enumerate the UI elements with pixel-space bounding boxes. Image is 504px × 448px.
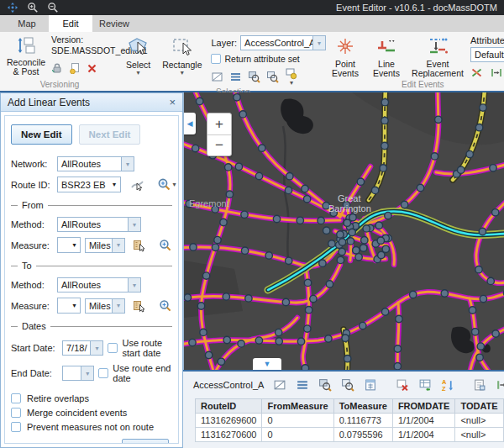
return-attribute-checkbox[interactable] (211, 54, 221, 64)
attribute-set-dropdown[interactable]: Default ▾ (470, 47, 504, 62)
select-route-on-map-icon[interactable] (130, 177, 144, 192)
route-locator-caret[interactable]: ▾ (173, 182, 176, 188)
reconcile-post-button[interactable]: Reconcile & Post (4, 34, 48, 77)
clear-selection-icon[interactable] (396, 378, 409, 392)
edit-events-group: Point Events Line Events Event Replaceme… (323, 32, 504, 91)
grid-cell[interactable]: <null> (455, 428, 503, 442)
collapse-table-button[interactable]: ▼ (253, 358, 281, 370)
selection-options-caret[interactable]: ▾ (290, 80, 293, 87)
next-edit-button: Next Edit (79, 124, 141, 145)
table-toolbar: AccessControl_A A (183, 372, 504, 398)
column-header[interactable]: TODATE (455, 399, 503, 414)
version-lock-icon[interactable] (51, 62, 63, 74)
map-canvas[interactable]: Egremont Great Barrington (184, 92, 504, 370)
attribute-window-icon[interactable] (473, 378, 486, 392)
delete-version-icon[interactable] (87, 63, 97, 74)
grid-cell[interactable]: 11316270600 (196, 428, 262, 442)
from-unit-dropdown[interactable]: Miles ▾ (85, 238, 125, 253)
select-by-polygon-icon[interactable] (211, 71, 223, 83)
zoom-in-icon[interactable] (27, 2, 39, 13)
split-event-tool-icon[interactable] (496, 378, 504, 392)
table-row[interactable]: 11316269600 0 0.1116773 1/1/2004 <null> … (196, 414, 504, 428)
grid-cell[interactable]: 1/1/2004 (392, 428, 455, 442)
switch-selection-icon[interactable] (418, 378, 432, 392)
grid-cell[interactable]: <null> (455, 414, 503, 428)
to-measure-magnifier-icon[interactable] (159, 299, 172, 313)
from-measure-on-map-icon[interactable] (133, 239, 146, 252)
use-route-start-date-checkbox[interactable] (108, 343, 118, 353)
event-replacement-button[interactable]: Event Replacement (410, 34, 465, 79)
close-icon[interactable]: × (169, 97, 176, 108)
from-method-dropdown[interactable]: AllRoutes ▾ (57, 217, 141, 232)
start-date-picker[interactable]: 7/18/ ▾ (62, 340, 103, 356)
select-button[interactable]: Select ▾ (123, 34, 153, 77)
end-date-picker[interactable]: ▾ (62, 366, 94, 381)
window-title: Event Editor - v10.6.1 - docMassDOTM (336, 3, 497, 13)
grid-cell[interactable]: 0.1116773 (333, 414, 392, 428)
tab-edit[interactable]: Edit (49, 15, 92, 32)
pan-icon[interactable] (7, 2, 18, 13)
titlebar: Event Editor - v10.6.1 - docMassDOTM (0, 0, 504, 15)
column-header[interactable]: FromMeasure (262, 399, 333, 414)
route-id-label: Route ID: (11, 180, 53, 190)
rectangle-dropdown-caret[interactable]: ▾ (181, 70, 184, 76)
layer-dropdown[interactable]: AccessControl_A ▾ (240, 35, 326, 50)
event-editor-window: Event Editor - v10.6.1 - docMassDOTM Map… (0, 0, 504, 448)
to-measure-on-map-icon[interactable] (133, 299, 146, 313)
map-label-great: Great (338, 193, 361, 203)
select-dropdown-caret[interactable]: ▾ (137, 70, 140, 76)
from-measure-magnifier-icon[interactable] (159, 239, 172, 252)
selection-options-icon[interactable] (285, 67, 297, 80)
measure-split-icon[interactable] (490, 66, 503, 79)
edit-events-group-label: Edit Events (328, 79, 504, 91)
next-button[interactable]: Next > (122, 439, 169, 444)
tab-map[interactable]: Map (5, 15, 49, 32)
zoom-out-icon[interactable] (47, 2, 59, 13)
column-header[interactable]: FROMDATE (392, 399, 455, 414)
split-event-icon[interactable] (470, 66, 483, 79)
network-dropdown[interactable]: AllRoutes ▾ (57, 156, 134, 171)
column-header[interactable]: RouteID (196, 399, 262, 414)
to-method-dropdown[interactable]: AllRoutes ▾ (57, 277, 141, 293)
dates-section-separator: Dates (11, 321, 172, 331)
map-zoom-out-button[interactable]: − (207, 134, 231, 155)
new-edit-button[interactable]: New Edit (11, 124, 72, 145)
prevent-measures-checkbox[interactable] (11, 422, 21, 432)
map-zoom-in-button[interactable]: + (207, 113, 231, 134)
select-features-icon[interactable] (273, 378, 286, 392)
selection-list-icon[interactable] (229, 71, 242, 83)
use-route-end-date-checkbox[interactable] (98, 368, 108, 378)
route-id-combo[interactable]: BSR23 EB ▾ (57, 177, 121, 192)
collapse-down-icon: ▼ (264, 360, 271, 368)
table-row[interactable]: 11316270600 0 0.0795596 1/1/2004 <null> … (196, 428, 504, 442)
to-measure-combo[interactable]: ▾ (57, 298, 81, 314)
grid-cell[interactable]: 0 (262, 414, 333, 428)
from-measure-caret[interactable]: ▾ (69, 241, 80, 249)
rectangle-select-button[interactable]: Rectangle ▾ (160, 34, 204, 77)
grid-cell[interactable]: 0 (262, 428, 333, 442)
sort-icon[interactable]: AZ (441, 378, 454, 392)
new-version-icon[interactable] (69, 62, 81, 74)
zoom-to-selection-icon[interactable] (248, 71, 260, 83)
retire-overlaps-checkbox[interactable] (11, 393, 21, 403)
grid-cell[interactable]: 1/1/2004 (392, 414, 455, 428)
line-events-button[interactable]: Line Events (368, 34, 405, 79)
route-id-caret[interactable]: ▾ (109, 181, 120, 188)
zoom-to-selection-icon[interactable] (318, 378, 332, 392)
merge-coincident-checkbox[interactable] (11, 408, 21, 418)
attribute-list-icon[interactable] (296, 378, 309, 392)
grid-cell[interactable]: 11316269600 (196, 414, 262, 428)
column-header[interactable]: ToMeasure (333, 399, 392, 414)
collapse-panel-left-button[interactable]: ◀ (184, 113, 196, 134)
from-measure-combo[interactable]: ▾ (57, 237, 81, 253)
point-events-button[interactable]: Point Events (328, 34, 363, 79)
tab-review[interactable]: Review (92, 15, 136, 32)
grid-cell[interactable]: 0.0795596 (333, 428, 392, 442)
pan-to-selection-icon[interactable] (266, 71, 279, 83)
from-section-separator: From (11, 200, 172, 210)
field-calculator-icon[interactable] (364, 378, 377, 392)
to-measure-caret[interactable]: ▾ (69, 302, 80, 309)
to-unit-dropdown[interactable]: Miles ▾ (85, 298, 125, 314)
route-locator-magnifier-icon[interactable] (157, 177, 171, 192)
pan-to-selection-icon[interactable] (341, 378, 354, 392)
